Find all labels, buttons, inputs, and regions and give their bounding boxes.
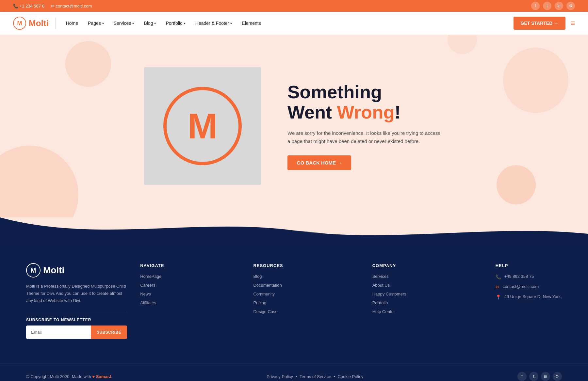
footer-logo-icon: M (26, 263, 41, 278)
error-title: Something Went Wrong! (287, 82, 444, 122)
footer-bottom-social: f t in ⚙ (517, 372, 562, 381)
top-bar-social: f t in ⚙ (531, 2, 575, 10)
nav-right: GET STARTED → ≡ (514, 17, 575, 30)
newsletter-email-input[interactable] (26, 325, 91, 339)
footer-link-news[interactable]: News (140, 292, 164, 296)
twitter-bottom-icon[interactable]: t (529, 372, 538, 381)
footer-top: M Molti Molti is a Professionally Design… (26, 263, 562, 339)
logo-letter: M (17, 20, 22, 27)
copyright: © Copyright Molti 2020. Made with ♥ Sama… (26, 374, 112, 379)
top-bar: 📞 +1 234 567 8 ✉ contact@molti.com f t i… (0, 0, 588, 12)
help-email-address: contact@molti.com (503, 284, 539, 289)
nav-divider (55, 17, 56, 29)
m-letter: M (188, 108, 218, 144)
nav-item-home[interactable]: Home (62, 18, 82, 28)
email-icon: ✉ (496, 284, 499, 290)
email-info: ✉ contact@molti.com (51, 4, 92, 8)
twitter-icon[interactable]: t (543, 2, 551, 10)
phone-icon: 📞 (496, 274, 501, 279)
email-address: contact@molti.com (56, 4, 92, 8)
nav-item-elements[interactable]: Elements (238, 18, 265, 28)
footer-link-design-case[interactable]: Design Case (253, 309, 283, 314)
footer-link-happy-customers[interactable]: Happy Customers (372, 292, 406, 296)
hero-text: Something Went Wrong! We are sorry for t… (287, 82, 444, 170)
blob-1 (0, 146, 78, 217)
navbar: M Molti Home Pages ▾ Services ▾ Blog ▾ P… (0, 12, 588, 35)
nav-item-pages[interactable]: Pages ▾ (84, 18, 108, 28)
resources-title: RESOURCES (253, 263, 283, 268)
nav-item-services[interactable]: Services ▾ (110, 18, 138, 28)
footer-link-community[interactable]: Community (253, 292, 283, 296)
footer-link-services[interactable]: Services (372, 274, 406, 279)
phone-number: +1 234 567 8 (20, 4, 44, 8)
heart-icon: ♥ (92, 374, 95, 379)
footer-link-help-center[interactable]: Help Center (372, 309, 406, 314)
hamburger-menu[interactable]: ≡ (571, 19, 575, 27)
title-part1: Something (287, 82, 382, 102)
blob-4 (497, 165, 536, 204)
footer: M Molti Molti is a Professionally Design… (0, 244, 588, 365)
nav-item-header-footer[interactable]: Header & Footer ▾ (191, 18, 236, 28)
logo-icon: M (13, 17, 26, 30)
footer-link-careers[interactable]: Careers (140, 283, 164, 288)
email-icon: ✉ (51, 4, 55, 8)
nav-links: Home Pages ▾ Services ▾ Blog ▾ Portfolio… (62, 18, 265, 28)
facebook-bottom-icon[interactable]: f (517, 372, 527, 381)
instagram-bottom-icon[interactable]: in (541, 372, 550, 381)
nav-item-portfolio[interactable]: Portfolio ▾ (162, 18, 189, 28)
subscribe-button[interactable]: SUBSCRIBE (91, 325, 127, 339)
footer-col-resources: RESOURCES Blog Documentation Community P… (253, 263, 283, 339)
footer-link-portfolio[interactable]: Portfolio (372, 300, 406, 305)
privacy-policy-link[interactable]: Privacy Policy (267, 374, 293, 379)
help-phone: 📞 +49 892 358 75 (496, 274, 562, 279)
m-circle-logo: M (163, 87, 242, 165)
location-icon: 📍 (496, 294, 501, 300)
phone-info: 📞 +1 234 567 8 (13, 4, 44, 8)
help-title: HELP (496, 263, 562, 268)
chevron-down-icon: ▾ (184, 22, 186, 25)
footer-link-blog[interactable]: Blog (253, 274, 283, 279)
author-name: SamarJ. (96, 374, 113, 379)
footer-logo-text: Molti (43, 265, 64, 276)
footer-description: Molti is a Professionally Designed Multi… (26, 283, 127, 304)
go-back-home-button[interactable]: GO BACK HOME → (287, 155, 351, 170)
wave-divider (0, 217, 588, 244)
get-started-button[interactable]: GET STARTED → (514, 17, 566, 30)
bottom-links: Privacy Policy • Terms of Service • Cook… (265, 374, 365, 379)
footer-col-help: HELP 📞 +49 892 358 75 ✉ contact@molti.co… (496, 263, 562, 339)
footer-bottom: © Copyright Molti 2020. Made with ♥ Sama… (0, 365, 588, 381)
help-phone-number: +49 892 358 75 (504, 274, 534, 279)
phone-icon: 📞 (13, 4, 18, 8)
help-address: 📍 49 Uniqe Square D, New York, (496, 294, 562, 300)
logo-text: Molti (29, 18, 49, 28)
chevron-down-icon: ▾ (230, 22, 232, 25)
instagram-icon[interactable]: in (555, 2, 563, 10)
terms-link[interactable]: Terms of Service (300, 374, 331, 379)
facebook-icon[interactable]: f (531, 2, 540, 10)
footer-link-pricing[interactable]: Pricing (253, 300, 283, 305)
footer-link-homepage[interactable]: HomePage (140, 274, 164, 279)
settings-icon[interactable]: ⚙ (566, 2, 575, 10)
footer-columns: NAVIGATE HomePage Careers News Affiliate… (140, 263, 562, 339)
footer-logo: M Molti (26, 263, 127, 278)
help-email: ✉ contact@molti.com (496, 284, 562, 290)
blob-3 (503, 48, 568, 113)
footer-brand: M Molti Molti is a Professionally Design… (26, 263, 127, 339)
footer-link-documentation[interactable]: Documentation (253, 283, 283, 288)
newsletter-form: SUBSCRIBE (26, 325, 127, 339)
title-exclaim: ! (395, 102, 401, 122)
footer-link-affiliates[interactable]: Affiliates (140, 300, 164, 305)
cookie-policy-link[interactable]: Cookie Policy (337, 374, 363, 379)
hero-content: M Something Went Wrong! We are sorry for… (114, 67, 474, 185)
nav-logo[interactable]: M Molti (13, 17, 49, 30)
hero-section: M Something Went Wrong! We are sorry for… (0, 35, 588, 217)
settings-bottom-icon[interactable]: ⚙ (553, 372, 562, 381)
nav-item-blog[interactable]: Blog ▾ (140, 18, 160, 28)
title-part2: Went (287, 102, 337, 122)
footer-divider (26, 311, 127, 311)
footer-logo-letter: M (31, 267, 36, 274)
footer-link-about-us[interactable]: About Us (372, 283, 406, 288)
blob-5 (448, 35, 477, 54)
hero-image-box: M (144, 67, 261, 185)
title-wrong: Wrong (337, 102, 394, 122)
